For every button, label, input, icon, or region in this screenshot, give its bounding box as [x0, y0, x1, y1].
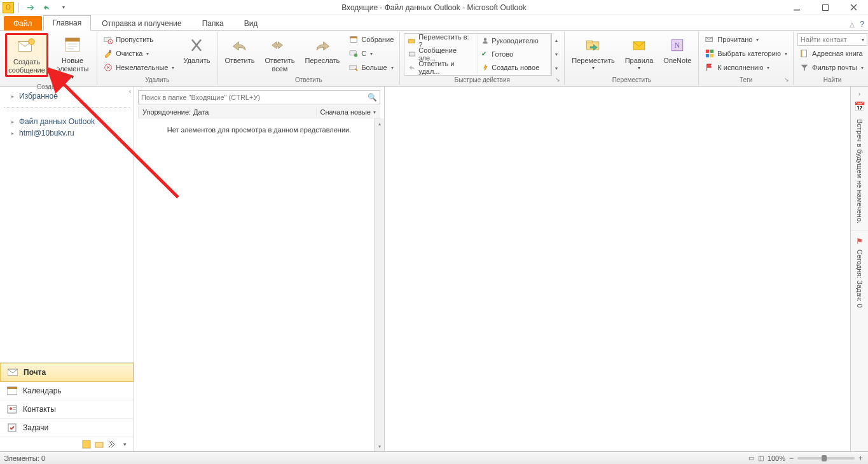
group-move: Переместить ▾ Правила ▾ N OneNote Переме… — [565, 32, 699, 85]
im-button[interactable]: С▾ — [347, 47, 396, 60]
onenote-icon: N — [667, 35, 687, 55]
undo-icon[interactable] — [40, 1, 54, 14]
tab-file[interactable]: Файл — [4, 16, 42, 31]
tab-home[interactable]: Главная — [43, 15, 92, 31]
ribbon-minimize-icon[interactable]: △ — [850, 21, 855, 28]
unread-button[interactable]: Прочитано▾ — [703, 33, 789, 46]
meeting-button[interactable]: Собрание — [347, 33, 396, 46]
group-find-label: Найти — [797, 76, 867, 84]
quicksteps-gallery[interactable]: Переместить в: ? Руководителю Сообщение … — [404, 33, 551, 76]
arrange-by-button[interactable]: Упорядочение: Дата — [139, 108, 317, 116]
reply-icon — [230, 35, 250, 55]
close-button[interactable] — [839, 0, 868, 15]
quickstep-done[interactable]: ✔ Готово — [478, 47, 551, 60]
quickstep-team-email[interactable]: Сообщение эле... — [404, 47, 478, 60]
group-respond: Ответить Ответить всем Переслать Собрани… — [217, 32, 400, 85]
tags-launcher-icon[interactable]: ↘ — [783, 76, 790, 83]
quicksteps-launcher-icon[interactable]: ↘ — [554, 76, 561, 83]
list-scrollbar[interactable]: ▴ ▾ — [374, 118, 384, 451]
help-icon[interactable]: ? — [860, 20, 864, 29]
todo-tasks-count: Сегодня: Задач: 0 — [855, 250, 864, 307]
reply-button[interactable]: Ответить — [221, 33, 258, 67]
move-folder-icon — [583, 35, 603, 55]
quicksteps-down-icon[interactable]: ▾ — [552, 47, 560, 61]
nav-collapse-icon[interactable]: ‹ — [129, 88, 131, 95]
ignore-button[interactable]: Пропустить — [101, 33, 176, 46]
move-button[interactable]: Переместить ▾ — [568, 33, 617, 73]
address-book-button[interactable]: Адресная книга — [797, 47, 867, 60]
nav-tasks[interactable]: Задачи — [0, 419, 134, 437]
minimize-button[interactable] — [782, 0, 811, 15]
checkmark-icon: ✔ — [481, 50, 489, 57]
filter-email-button[interactable]: Фильтр почты▾ — [797, 61, 867, 74]
cleanup-button[interactable]: Очистка▾ — [101, 47, 176, 60]
nav-calendar[interactable]: Календарь — [0, 382, 134, 400]
search-input[interactable] — [141, 94, 368, 101]
new-email-button[interactable]: Создать сообщение — [5, 33, 48, 77]
view-normal-icon[interactable]: ▭ — [748, 454, 754, 461]
new-items-button[interactable]: Новые элементы ▾ — [52, 33, 93, 83]
junk-button[interactable]: Нежелательные▾ — [101, 61, 176, 74]
nav-data-file[interactable]: ▸ Файл данных Outlook — [3, 116, 131, 127]
search-box[interactable]: 🔍 — [138, 90, 380, 104]
svg-point-16 — [484, 38, 487, 41]
nav-mail[interactable]: Почта — [0, 363, 134, 382]
reply-all-button[interactable]: Ответить всем — [261, 33, 298, 74]
svg-rect-32 — [7, 387, 17, 389]
categorize-button[interactable]: Выбрать категорию▾ — [703, 47, 789, 60]
more-respond-button[interactable]: Больше▾ — [347, 61, 396, 74]
nav-contacts[interactable]: Контакты — [0, 400, 134, 419]
person-icon — [481, 37, 489, 45]
search-icon[interactable]: 🔍 — [368, 93, 377, 102]
zoom-out-icon[interactable]: − — [789, 454, 794, 463]
nav-module-buttons: Почта Календарь Контакты Задачи ▾ — [0, 362, 134, 451]
followup-button[interactable]: К исполнению▾ — [703, 61, 789, 74]
chevron-down-icon: ▾ — [373, 109, 376, 115]
calendar-mini-icon[interactable]: 📅 — [854, 101, 865, 113]
group-quicksteps-label: Быстрые действия ↘ — [404, 76, 560, 84]
quickstep-move-to[interactable]: Переместить в: ? — [404, 34, 478, 47]
unread-icon — [705, 34, 715, 45]
svg-rect-11 — [350, 37, 357, 39]
tab-view[interactable]: Вид — [235, 16, 268, 31]
qat-separator — [18, 3, 19, 13]
quicksteps-more-icon[interactable]: ▾ — [552, 62, 560, 76]
nav-mini-buttons: ▾ — [0, 437, 134, 451]
todo-expand-icon[interactable]: › — [857, 89, 862, 99]
sort-order-button[interactable]: Сначала новые ▾ — [317, 108, 380, 116]
rules-button[interactable]: Правила ▾ — [622, 33, 657, 73]
send-receive-icon[interactable] — [24, 1, 38, 14]
tab-folder[interactable]: Папка — [193, 16, 233, 31]
maximize-button[interactable] — [811, 0, 839, 15]
qat-customize-icon[interactable]: ▾ — [57, 1, 71, 14]
quickstep-create-new[interactable]: Создать новое — [478, 60, 551, 74]
quickstep-to-manager[interactable]: Руководителю — [478, 34, 551, 47]
svg-point-13 — [354, 53, 357, 57]
quicksteps-up-icon[interactable]: ▴ — [552, 33, 560, 47]
nav-account[interactable]: ▸ html@10bukv.ru — [3, 127, 131, 139]
delete-button[interactable]: Удалить — [180, 33, 213, 67]
title-bar: O ▾ Входящие - Файл данных Outlook - Mic… — [0, 0, 868, 15]
shortcuts-icon[interactable] — [107, 439, 117, 449]
svg-rect-17 — [410, 52, 415, 56]
scroll-down-icon[interactable]: ▾ — [375, 441, 384, 451]
tab-send-receive[interactable]: Отправка и получение — [92, 16, 191, 31]
folder-list-icon[interactable] — [94, 439, 104, 449]
zoom-in-icon[interactable]: + — [858, 454, 863, 463]
ignore-icon — [103, 34, 113, 45]
nav-configure-icon[interactable]: ▾ — [120, 439, 130, 449]
notes-icon[interactable] — [81, 439, 92, 449]
group-quicksteps: Переместить в: ? Руководителю Сообщение … — [400, 32, 565, 85]
group-move-label: Переместить — [568, 76, 694, 84]
zoom-slider[interactable] — [797, 457, 855, 460]
scroll-up-icon[interactable]: ▴ — [375, 118, 384, 129]
reply-all-icon — [270, 35, 290, 55]
quickstep-reply-delete[interactable]: Ответить и удал... — [404, 60, 478, 74]
group-delete-label: Удалить — [101, 76, 213, 84]
meeting-icon — [348, 34, 359, 45]
forward-button[interactable]: Переслать — [301, 33, 343, 67]
onenote-button[interactable]: N OneNote — [660, 33, 694, 67]
view-reading-icon[interactable]: ◫ — [758, 454, 764, 461]
nav-favorites[interactable]: ▸ Избранное — [3, 90, 131, 102]
find-contact[interactable]: Найти контакт▾ — [797, 33, 867, 46]
